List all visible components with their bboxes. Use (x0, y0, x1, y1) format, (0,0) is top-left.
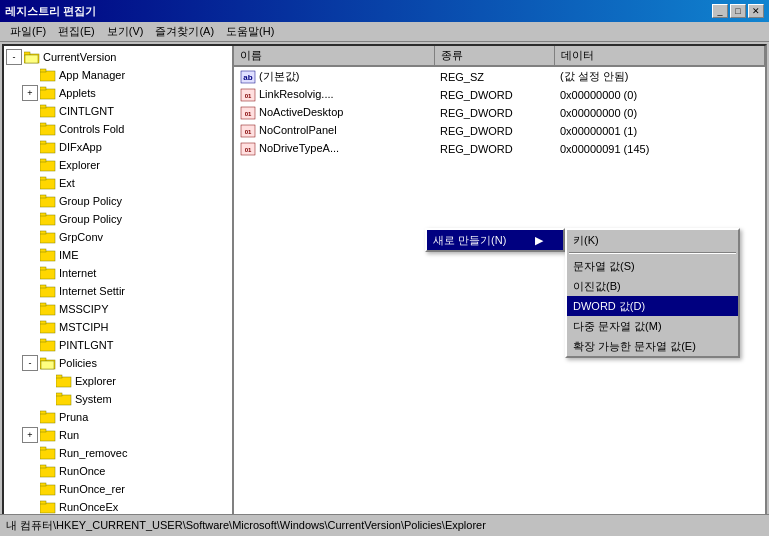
tree-label: System (75, 393, 112, 405)
reg-cell-name: 01 NoDriveTypeA... (234, 140, 434, 158)
tree-item-cintlgnt[interactable]: CINTLGNT (4, 102, 232, 120)
folder-closed-icon (40, 68, 56, 82)
folder-closed-icon (40, 212, 56, 226)
folder-closed-icon (40, 428, 56, 442)
tree-label: CurrentVersion (43, 51, 116, 63)
submenu-separator (569, 252, 736, 254)
menu-help[interactable]: 도움말(H) (220, 22, 280, 41)
svg-rect-45 (40, 429, 46, 432)
tree-label: MSSCIPY (59, 303, 109, 315)
svg-rect-39 (56, 375, 62, 378)
tree-expander[interactable]: - (6, 49, 22, 65)
sub-item-string[interactable]: 문자열 값(S) (567, 256, 738, 276)
svg-rect-2 (25, 55, 38, 63)
tree-item-controlsfold[interactable]: Controls Fold (4, 120, 232, 138)
col-type: 종류 (434, 46, 554, 66)
table-row[interactable]: ab (기본값) REG_SZ (값 설정 안됨) (234, 66, 765, 86)
folder-closed-icon (40, 122, 56, 136)
tree-item-appmanager[interactable]: App Manager (4, 66, 232, 84)
reg-sz-icon: ab (240, 70, 256, 84)
menu-file[interactable]: 파일(F) (4, 22, 52, 41)
svg-rect-27 (40, 287, 55, 297)
tree-expander[interactable]: - (22, 355, 38, 371)
status-text: 내 컴퓨터\HKEY_CURRENT_USER\Software\Microso… (6, 518, 486, 533)
tree-item-currentversion[interactable]: - CurrentVersion (4, 48, 232, 66)
tree-item-internetsettir[interactable]: Internet Settir (4, 282, 232, 300)
folder-closed-icon (40, 464, 56, 478)
menu-edit[interactable]: 편집(E) (52, 22, 101, 41)
tree-item-ime[interactable]: IME (4, 246, 232, 264)
tree-item-pol-system[interactable]: System (4, 390, 232, 408)
tree-panel[interactable]: - CurrentVersion App Manager+ Applets CI… (4, 46, 234, 514)
svg-rect-43 (40, 411, 46, 414)
sub-item-expandstring[interactable]: 확장 가능한 문자열 값(E) (567, 336, 738, 356)
tree-item-runonce_rer[interactable]: RunOnce_rer (4, 480, 232, 498)
svg-rect-53 (40, 501, 46, 504)
tree-item-run_removed[interactable]: Run_removec (4, 444, 232, 462)
tree-expander[interactable]: + (22, 85, 38, 101)
tree-item-msscipy[interactable]: MSSCIPY (4, 300, 232, 318)
tree-item-applets[interactable]: + Applets (4, 84, 232, 102)
tree-label: RunOnceEx (59, 501, 118, 513)
svg-rect-11 (40, 143, 55, 153)
tree-label: Run (59, 429, 79, 441)
tree-item-internet[interactable]: Internet (4, 264, 232, 282)
table-row[interactable]: 01 NoActiveDesktop REG_DWORD 0x00000000 … (234, 104, 765, 122)
tree-item-explorer[interactable]: Explorer (4, 156, 232, 174)
minimize-button[interactable]: _ (712, 4, 728, 18)
tree-expander[interactable]: + (22, 427, 38, 443)
tree-item-ext[interactable]: Ext (4, 174, 232, 192)
col-name: 이름 (234, 46, 434, 66)
reg-cell-type: REG_DWORD (434, 122, 554, 140)
sub-item-dword[interactable]: DWORD 값(D) (567, 296, 738, 316)
table-row[interactable]: 01 NoControlPanel REG_DWORD 0x00000001 (… (234, 122, 765, 140)
svg-rect-6 (40, 87, 46, 90)
menu-bar: 파일(F) 편집(E) 보기(V) 즐겨찾기(A) 도움말(H) (0, 22, 769, 42)
svg-rect-29 (40, 305, 55, 315)
tree-item-grouppolicy2[interactable]: Group Policy (4, 210, 232, 228)
tree-item-pruna[interactable]: Pruna (4, 408, 232, 426)
sub-item-multistring[interactable]: 다중 문자열 값(M) (567, 316, 738, 336)
tree-label: Internet (59, 267, 96, 279)
status-bar: 내 컴퓨터\HKEY_CURRENT_USER\Software\Microso… (0, 514, 769, 536)
table-row[interactable]: 01 NoDriveTypeA... REG_DWORD 0x00000091 … (234, 140, 765, 158)
sub-item-key[interactable]: 키(K) (567, 230, 738, 250)
svg-rect-46 (40, 449, 55, 459)
svg-rect-51 (40, 483, 46, 486)
tree-label: RunOnce_rer (59, 483, 125, 495)
maximize-button[interactable]: □ (730, 4, 746, 18)
svg-rect-41 (56, 393, 62, 396)
tree-item-grpconv[interactable]: GrpConv (4, 228, 232, 246)
tree-label: Internet Settir (59, 285, 125, 297)
tree-label: CINTLGNT (59, 105, 114, 117)
folder-closed-icon (40, 86, 56, 100)
context-new-item[interactable]: 새로 만들기(N) ▶ (427, 230, 563, 250)
svg-rect-31 (40, 323, 55, 333)
table-row[interactable]: 01 LinkResolvig.... REG_DWORD 0x00000000… (234, 86, 765, 104)
close-button[interactable]: ✕ (748, 4, 764, 18)
menu-favorites[interactable]: 즐겨찾기(A) (149, 22, 220, 41)
reg-cell-type: REG_SZ (434, 66, 554, 86)
tree-item-run[interactable]: + Run (4, 426, 232, 444)
tree-item-pintlgnt[interactable]: PINTLGNT (4, 336, 232, 354)
reg-cell-type: REG_DWORD (434, 104, 554, 122)
tree-item-grouppolicy1[interactable]: Group Policy (4, 192, 232, 210)
menu-view[interactable]: 보기(V) (101, 22, 150, 41)
svg-rect-40 (56, 395, 71, 405)
title-bar: 레지스트리 편집기 _ □ ✕ (0, 0, 769, 22)
svg-rect-50 (40, 485, 55, 495)
svg-rect-5 (40, 89, 55, 99)
tree-item-difxapp[interactable]: DIFxApp (4, 138, 232, 156)
tree-label: Group Policy (59, 195, 122, 207)
folder-closed-icon (40, 176, 56, 190)
tree-label: DIFxApp (59, 141, 102, 153)
submenu: 키(K) 문자열 값(S) 이진값(B) DWORD 값(D) 다중 문자열 값… (565, 228, 740, 358)
tree-item-runonce[interactable]: RunOnce (4, 462, 232, 480)
sub-item-binary[interactable]: 이진값(B) (567, 276, 738, 296)
tree-item-policies[interactable]: - Policies (4, 354, 232, 372)
tree-item-pol-explorer[interactable]: Explorer (4, 372, 232, 390)
tree-item-runonceex[interactable]: RunOnceEx (4, 498, 232, 514)
svg-rect-36 (40, 358, 46, 361)
svg-rect-21 (40, 233, 55, 243)
tree-item-mstciph[interactable]: MSTCIPH (4, 318, 232, 336)
